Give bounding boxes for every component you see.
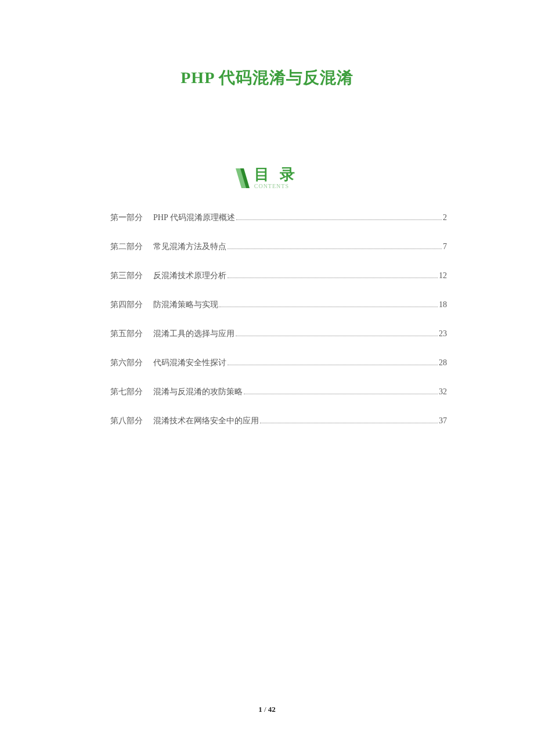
toc-page: 37 [439, 416, 447, 426]
toc-dots [219, 307, 438, 307]
toc-dots [236, 219, 442, 220]
toc-dots [228, 278, 438, 278]
toc-topic: 反混淆技术原理分析 [153, 271, 226, 281]
toc-topic: PHP 代码混淆原理概述 [153, 213, 235, 223]
toc-subtitle: CONTENTS [254, 183, 289, 189]
toc-page: 28 [439, 358, 447, 368]
footer-separator: / [262, 705, 268, 714]
toc-page: 2 [443, 213, 447, 222]
toc-row[interactable]: 第五部分 混淆工具的选择与应用 23 [110, 329, 447, 339]
toc-dots [236, 336, 438, 336]
toc-page: 18 [439, 300, 447, 309]
toc-part-label: 第七部分 [110, 387, 143, 397]
toc-topic: 混淆与反混淆的攻防策略 [153, 387, 243, 397]
toc-dots [244, 394, 438, 394]
page-footer: 1 / 42 [0, 705, 534, 714]
toc-row[interactable]: 第六部分 代码混淆安全性探讨 28 [110, 358, 447, 368]
toc-row[interactable]: 第四部分 防混淆策略与实现 18 [110, 300, 447, 310]
toc-row[interactable]: 第八部分 混淆技术在网络安全中的应用 37 [110, 416, 447, 426]
toc-topic: 代码混淆安全性探讨 [153, 358, 226, 368]
toc-part-label: 第八部分 [110, 416, 143, 426]
toc-part-label: 第二部分 [110, 242, 143, 252]
toc-title: 目 录 [254, 167, 299, 182]
toc-dots [228, 249, 442, 249]
toc-list: 第一部分 PHP 代码混淆原理概述 2 第二部分 常见混淆方法及特点 7 第三部… [0, 213, 534, 426]
toc-page: 12 [439, 271, 447, 280]
toc-page: 32 [439, 387, 447, 397]
toc-topic: 混淆工具的选择与应用 [153, 329, 234, 339]
footer-total-pages: 42 [268, 705, 276, 714]
toc-header-icon [236, 168, 250, 188]
toc-dots [228, 365, 438, 365]
toc-header: 目 录 CONTENTS [0, 167, 534, 189]
toc-row[interactable]: 第三部分 反混淆技术原理分析 12 [110, 271, 447, 281]
toc-page: 7 [443, 242, 447, 251]
toc-topic: 常见混淆方法及特点 [153, 242, 226, 252]
toc-dots [260, 423, 438, 423]
toc-row[interactable]: 第二部分 常见混淆方法及特点 7 [110, 242, 447, 252]
toc-page: 23 [439, 329, 447, 339]
toc-part-label: 第六部分 [110, 358, 143, 368]
toc-topic: 混淆技术在网络安全中的应用 [153, 416, 259, 426]
toc-row[interactable]: 第七部分 混淆与反混淆的攻防策略 32 [110, 387, 447, 397]
toc-part-label: 第四部分 [110, 300, 143, 310]
toc-row[interactable]: 第一部分 PHP 代码混淆原理概述 2 [110, 213, 447, 223]
page-title: PHP 代码混淆与反混淆 [0, 0, 534, 89]
toc-part-label: 第五部分 [110, 329, 143, 339]
toc-part-label: 第三部分 [110, 271, 143, 281]
toc-topic: 防混淆策略与实现 [153, 300, 218, 310]
toc-part-label: 第一部分 [110, 213, 143, 223]
